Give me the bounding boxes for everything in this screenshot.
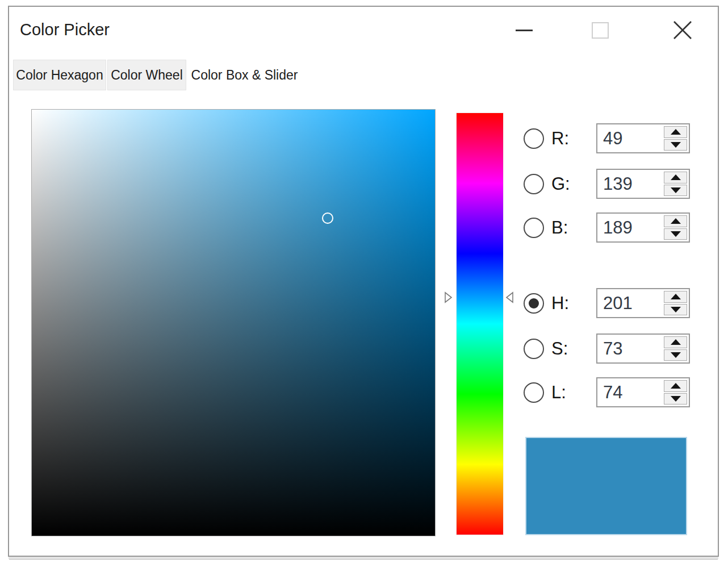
spin-down-icon xyxy=(671,396,681,402)
close-icon xyxy=(672,20,693,40)
channel-row-red: R: 49 xyxy=(524,123,690,153)
blue-label: B: xyxy=(551,218,568,238)
saturation-value-box[interactable] xyxy=(31,109,436,536)
color-box-marker[interactable] xyxy=(322,212,333,224)
hue-slider[interactable] xyxy=(456,112,504,535)
spin-down-icon xyxy=(671,352,681,358)
red-label: R: xyxy=(551,128,569,149)
tab-color-wheel[interactable]: Color Wheel xyxy=(107,60,186,90)
green-label: G: xyxy=(551,174,570,194)
red-value-field[interactable]: 49 xyxy=(597,124,662,152)
radio-hue[interactable] xyxy=(524,293,544,314)
radio-green[interactable] xyxy=(524,174,544,194)
maximize-icon xyxy=(592,22,609,39)
lightness-spinbox[interactable]: 74 xyxy=(596,377,690,407)
maximize-button[interactable] xyxy=(582,14,618,47)
lightness-label: L: xyxy=(551,382,566,403)
lightness-value-field[interactable]: 74 xyxy=(597,378,662,406)
hue-spin-down-button[interactable] xyxy=(664,304,687,316)
saturation-value-field[interactable]: 73 xyxy=(597,335,662,362)
minimize-button[interactable] xyxy=(506,14,542,47)
blue-spin-down-button[interactable] xyxy=(664,228,687,240)
spin-up-icon xyxy=(671,129,681,135)
green-spin-down-button[interactable] xyxy=(664,185,687,197)
spin-down-icon xyxy=(671,231,681,237)
minimize-icon xyxy=(516,30,533,31)
blue-spinbox[interactable]: 189 xyxy=(596,212,690,243)
spin-up-icon xyxy=(671,383,681,389)
color-swatch xyxy=(525,437,687,535)
green-spinbox[interactable]: 139 xyxy=(596,169,690,199)
channel-row-lightness: L: 74 xyxy=(524,377,690,407)
hue-spin-up-button[interactable] xyxy=(664,291,687,303)
color-picker-window: Color Picker Color Hexagon Color Wheel C… xyxy=(8,6,719,557)
hue-value-field[interactable]: 201 xyxy=(597,289,662,317)
lightness-spin-down-button[interactable] xyxy=(664,393,687,405)
spin-down-icon xyxy=(671,142,681,148)
lightness-spin-up-button[interactable] xyxy=(664,380,687,392)
tab-color-hexagon[interactable]: Color Hexagon xyxy=(13,60,106,90)
channel-row-green: G: 139 xyxy=(524,169,690,199)
spin-up-icon xyxy=(671,218,681,224)
saturation-label: S: xyxy=(551,339,568,359)
hue-slider-right-handle-icon[interactable] xyxy=(505,291,514,303)
hue-label: H: xyxy=(551,293,569,314)
close-button[interactable] xyxy=(664,14,701,47)
channel-row-hue: H: 201 xyxy=(524,288,690,318)
spin-up-icon xyxy=(671,339,681,345)
tab-color-box-slider[interactable]: Color Box & Slider xyxy=(187,56,302,94)
radio-blue[interactable] xyxy=(524,218,544,238)
spin-down-icon xyxy=(671,307,681,312)
titlebar[interactable]: Color Picker xyxy=(9,7,718,52)
green-value-field[interactable]: 139 xyxy=(597,170,662,198)
channel-row-blue: B: 189 xyxy=(524,212,690,243)
red-spin-down-button[interactable] xyxy=(664,139,687,151)
spin-down-icon xyxy=(671,187,681,193)
radio-lightness[interactable] xyxy=(524,382,544,403)
spin-up-icon xyxy=(671,294,681,299)
channel-row-saturation: S: 73 xyxy=(524,333,690,364)
hue-spinbox[interactable]: 201 xyxy=(596,288,690,318)
saturation-spinbox[interactable]: 73 xyxy=(596,333,690,364)
spin-up-icon xyxy=(671,174,681,180)
hue-slider-left-handle-icon[interactable] xyxy=(444,291,453,303)
saturation-spin-up-button[interactable] xyxy=(664,336,687,348)
saturation-spin-down-button[interactable] xyxy=(664,349,687,361)
green-spin-up-button[interactable] xyxy=(664,172,687,184)
radio-red[interactable] xyxy=(524,128,544,149)
window-title: Color Picker xyxy=(20,20,110,39)
red-spin-up-button[interactable] xyxy=(664,126,687,138)
blue-value-field[interactable]: 189 xyxy=(597,214,662,241)
red-spinbox[interactable]: 49 xyxy=(596,123,690,153)
radio-saturation[interactable] xyxy=(524,339,544,359)
blue-spin-up-button[interactable] xyxy=(664,215,687,227)
